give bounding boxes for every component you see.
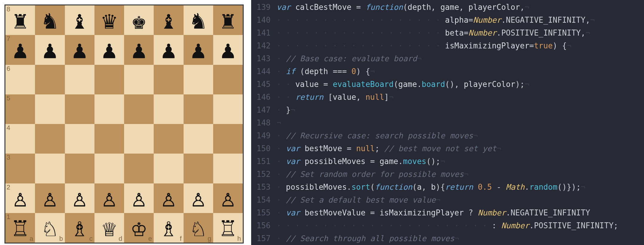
bb-piece[interactable]: ♝ xyxy=(72,8,87,33)
bp-piece[interactable]: ♟ xyxy=(42,38,57,62)
square-d5[interactable] xyxy=(94,94,124,124)
code-line[interactable]: 152· // Set random order for possible mo… xyxy=(251,168,644,180)
square-c6[interactable] xyxy=(65,65,94,94)
wn-piece[interactable]: ♘ xyxy=(191,215,205,240)
square-e5[interactable] xyxy=(124,94,154,124)
square-d4[interactable] xyxy=(94,124,124,154)
line-content[interactable]: var calcBestMove = function(depth, game,… xyxy=(277,3,644,12)
wp-piece[interactable]: ♙ xyxy=(72,186,87,210)
square-h7[interactable]: ♟ xyxy=(213,35,243,65)
square-d6[interactable] xyxy=(94,65,124,94)
square-f8[interactable]: ♝ xyxy=(154,5,183,35)
bp-piece[interactable]: ♟ xyxy=(221,38,235,62)
square-g6[interactable] xyxy=(184,65,213,94)
square-a6[interactable]: 6 xyxy=(5,65,35,94)
square-g2[interactable]: ♙ xyxy=(184,183,213,213)
square-c3[interactable] xyxy=(65,154,94,183)
square-g5[interactable] xyxy=(184,94,213,124)
wb-piece[interactable]: ♗ xyxy=(161,215,176,240)
code-line[interactable]: 146· · return [value, null]¬ xyxy=(251,91,644,103)
square-g1[interactable]: ♘g xyxy=(184,213,213,243)
wr-piece[interactable]: ♖ xyxy=(13,215,28,240)
bq-piece[interactable]: ♛ xyxy=(102,8,117,33)
wq-piece[interactable]: ♕ xyxy=(102,215,117,240)
square-b6[interactable] xyxy=(35,65,65,94)
line-content[interactable]: · · · · · · · · · · · · · · · · · · isMa… xyxy=(277,41,644,50)
square-e1[interactable]: ♔e xyxy=(124,213,154,243)
code-line[interactable]: 145· · value = evaluateBoard(game.board(… xyxy=(251,78,644,91)
bn-piece[interactable]: ♞ xyxy=(42,8,57,33)
line-content[interactable]: · // Recursive case: search possible mov… xyxy=(277,131,644,140)
square-b2[interactable]: ♙ xyxy=(35,183,65,213)
line-content[interactable]: · // Set random order for possible moves… xyxy=(277,170,644,179)
bp-piece[interactable]: ♟ xyxy=(102,38,117,62)
code-line[interactable]: 143· // Base case: evaluate board¬ xyxy=(251,52,644,65)
bp-piece[interactable]: ♟ xyxy=(72,38,87,62)
code-line[interactable]: 140· · · · · · · · · · · · · · · · · · a… xyxy=(251,13,644,26)
wk-piece[interactable]: ♔ xyxy=(132,215,146,240)
line-content[interactable]: · var possibleMoves = game.moves();¬ xyxy=(277,157,644,166)
code-line[interactable]: 153· possibleMoves.sort(function(a, b){r… xyxy=(251,180,644,193)
bb-piece[interactable]: ♝ xyxy=(161,8,176,33)
bp-piece[interactable]: ♟ xyxy=(191,38,205,62)
code-line[interactable]: 154· // Set a default best move value¬ xyxy=(251,193,644,206)
square-b3[interactable] xyxy=(35,154,65,183)
square-f1[interactable]: ♗f xyxy=(154,213,183,243)
wp-piece[interactable]: ♙ xyxy=(161,186,176,210)
line-content[interactable]: · // Base case: evaluate board¬ xyxy=(277,54,644,63)
square-h4[interactable] xyxy=(213,124,243,154)
line-content[interactable]: · · value = evaluateBoard(game.board(), … xyxy=(277,80,644,89)
square-e3[interactable] xyxy=(124,154,154,183)
chessboard[interactable]: ♜8♞♝♛♚♝♞♜♟7♟♟♟♟♟♟♟6543♙2♙♙♙♙♙♙♙♖1a♘b♗c♕d… xyxy=(4,4,244,244)
square-h1[interactable]: ♖h xyxy=(213,213,243,243)
line-content[interactable]: · var bestMove = null; // best move not … xyxy=(277,144,644,153)
square-h2[interactable]: ♙ xyxy=(213,183,243,213)
line-content[interactable]: · possibleMoves.sort(function(a, b){retu… xyxy=(277,183,644,192)
square-g7[interactable]: ♟ xyxy=(184,35,213,65)
square-d8[interactable]: ♛ xyxy=(94,5,124,35)
square-a5[interactable]: 5 xyxy=(5,94,35,124)
line-content[interactable]: ¬ xyxy=(277,118,644,127)
code-line[interactable]: 144· if (depth === 0) {¬ xyxy=(251,65,644,78)
square-e2[interactable]: ♙ xyxy=(124,183,154,213)
square-c8[interactable]: ♝ xyxy=(65,5,94,35)
square-a3[interactable]: 3 xyxy=(5,154,35,183)
square-a8[interactable]: ♜8 xyxy=(5,5,35,35)
square-a2[interactable]: ♙2 xyxy=(5,183,35,213)
square-f3[interactable] xyxy=(154,154,183,183)
wp-piece[interactable]: ♙ xyxy=(221,186,235,210)
code-line[interactable]: 141· · · · · · · · · · · · · · · · · · b… xyxy=(251,26,644,39)
code-line[interactable]: 151· var possibleMoves = game.moves();¬ xyxy=(251,155,644,168)
bp-piece[interactable]: ♟ xyxy=(132,38,146,62)
wp-piece[interactable]: ♙ xyxy=(132,186,146,210)
br-piece[interactable]: ♜ xyxy=(13,8,28,33)
code-line[interactable]: 142· · · · · · · · · · · · · · · · · · i… xyxy=(251,39,644,52)
code-line[interactable]: 155· var bestMoveValue = isMaximizingPla… xyxy=(251,206,644,219)
square-f4[interactable] xyxy=(154,124,183,154)
square-h3[interactable] xyxy=(213,154,243,183)
bp-piece[interactable]: ♟ xyxy=(161,38,176,62)
code-line[interactable]: 149· // Recursive case: search possible … xyxy=(251,129,644,142)
bp-piece[interactable]: ♟ xyxy=(13,38,28,62)
code-line[interactable]: 157· // Search through all possible move… xyxy=(251,232,644,245)
wb-piece[interactable]: ♗ xyxy=(72,215,87,240)
square-c2[interactable]: ♙ xyxy=(65,183,94,213)
bk-piece[interactable]: ♚ xyxy=(132,8,146,33)
square-a7[interactable]: ♟7 xyxy=(5,35,35,65)
square-b4[interactable] xyxy=(35,124,65,154)
square-g8[interactable]: ♞ xyxy=(184,5,213,35)
square-d1[interactable]: ♕d xyxy=(94,213,124,243)
square-f7[interactable]: ♟ xyxy=(154,35,183,65)
square-f6[interactable] xyxy=(154,65,183,94)
bn-piece[interactable]: ♞ xyxy=(191,8,205,33)
square-b8[interactable]: ♞ xyxy=(35,5,65,35)
square-c7[interactable]: ♟ xyxy=(65,35,94,65)
square-a4[interactable]: 4 xyxy=(5,124,35,154)
square-e4[interactable] xyxy=(124,124,154,154)
square-g4[interactable] xyxy=(184,124,213,154)
square-b7[interactable]: ♟ xyxy=(35,35,65,65)
line-content[interactable]: · · · · · · · · · · · · · · · · · · · · … xyxy=(277,221,644,230)
wp-piece[interactable]: ♙ xyxy=(42,186,57,210)
code-line[interactable]: 148¬ xyxy=(251,116,644,129)
square-c1[interactable]: ♗c xyxy=(65,213,94,243)
